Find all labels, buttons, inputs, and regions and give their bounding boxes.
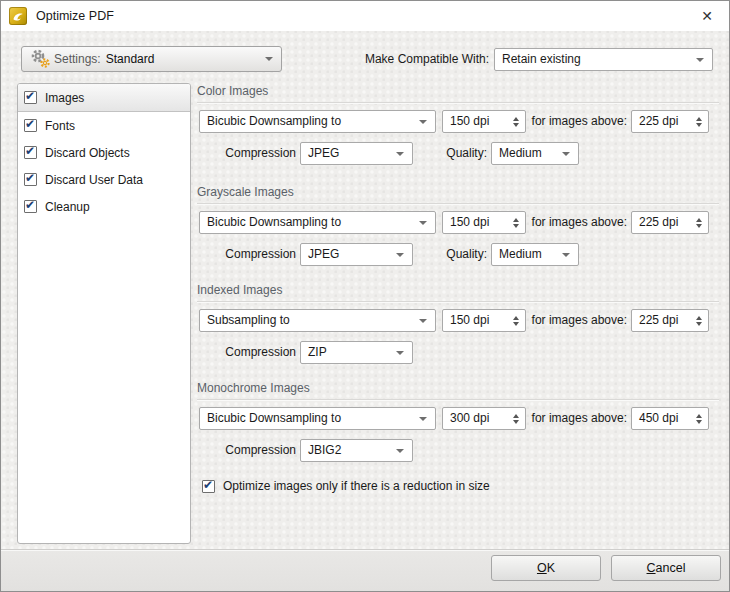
settings-preset-dropdown[interactable]: Settings: Standard	[21, 46, 282, 72]
above-label: for images above:	[527, 211, 627, 234]
above-value: 225 dpi	[639, 215, 678, 229]
chevron-down-icon	[419, 120, 427, 124]
dpi-value: 300 dpi	[450, 411, 489, 425]
quality-value: Medium	[499, 146, 542, 160]
indexed-above-spinner[interactable]: 225 dpi	[631, 309, 709, 332]
discard-user-data-checkbox[interactable]: ✔	[24, 173, 37, 186]
check-icon: ✔	[25, 198, 35, 212]
chevron-down-icon	[562, 253, 570, 257]
color-dpi-spinner[interactable]: 150 dpi	[442, 110, 526, 133]
check-icon: ✔	[25, 144, 35, 158]
color-above-spinner[interactable]: 225 dpi	[631, 110, 709, 133]
section-title: Indexed Images	[197, 283, 719, 297]
images-checkbox[interactable]: ✔	[24, 91, 37, 104]
monochrome-above-spinner[interactable]: 450 dpi	[631, 407, 709, 430]
sidebar-item-label: Fonts	[45, 119, 75, 133]
settings-value: Standard	[106, 52, 155, 66]
optimize-if-smaller-option[interactable]: ✔ Optimize images only if there is a red…	[202, 479, 490, 493]
footer-bar: OK Cancel	[1, 549, 729, 591]
grayscale-downsample-select[interactable]: Bicubic Downsampling to	[199, 211, 436, 234]
sidebar-item-discard-objects[interactable]: ✔ Discard Objects	[18, 139, 190, 166]
dpi-value: 150 dpi	[450, 215, 489, 229]
spinner-arrows-icon[interactable]	[513, 218, 519, 228]
sidebar-item-fonts[interactable]: ✔ Fonts	[18, 112, 190, 139]
monochrome-downsample-select[interactable]: Bicubic Downsampling to	[199, 407, 436, 430]
color-downsample-select[interactable]: Bicubic Downsampling to	[199, 110, 436, 133]
check-icon: ✔	[25, 117, 35, 131]
quality-label: Quality:	[425, 142, 487, 165]
monochrome-dpi-spinner[interactable]: 300 dpi	[442, 407, 526, 430]
spinner-arrows-icon[interactable]	[513, 414, 519, 424]
downsample-value: Subsampling to	[207, 313, 290, 327]
sidebar-item-discard-user-data[interactable]: ✔ Discard User Data	[18, 166, 190, 193]
section-color-images: Color Images Bicubic Downsampling to 150…	[197, 84, 719, 174]
chevron-down-icon	[696, 58, 704, 62]
chevron-down-icon	[396, 253, 404, 257]
divider	[197, 301, 719, 303]
spinner-arrows-icon[interactable]	[513, 117, 519, 127]
above-value: 225 dpi	[639, 313, 678, 327]
section-title: Grayscale Images	[197, 185, 719, 199]
optimize-pdf-dialog: Optimize PDF ✕ Settings: Standard Make C…	[0, 0, 730, 592]
divider	[197, 203, 719, 205]
compression-label: Compression	[197, 341, 296, 364]
color-quality-select[interactable]: Medium	[491, 142, 579, 165]
sidebar-item-images[interactable]: ✔ Images	[18, 84, 190, 112]
sidebar-item-label: Images	[45, 91, 84, 105]
above-label: for images above:	[527, 110, 627, 133]
compression-value: JPEG	[308, 146, 339, 160]
optimize-if-smaller-checkbox[interactable]: ✔	[202, 480, 215, 493]
chevron-down-icon	[396, 449, 404, 453]
indexed-downsample-select[interactable]: Subsampling to	[199, 309, 436, 332]
chevron-down-icon	[419, 221, 427, 225]
check-icon: ✔	[25, 89, 35, 103]
sidebar-item-cleanup[interactable]: ✔ Cleanup	[18, 193, 190, 220]
above-label: for images above:	[527, 407, 627, 430]
downsample-value: Bicubic Downsampling to	[207, 215, 341, 229]
chevron-down-icon	[419, 319, 427, 323]
section-title: Color Images	[197, 84, 719, 98]
above-value: 450 dpi	[639, 411, 678, 425]
indexed-compression-select[interactable]: ZIP	[300, 341, 413, 364]
spinner-arrows-icon[interactable]	[696, 414, 702, 424]
quality-value: Medium	[499, 247, 542, 261]
grayscale-dpi-spinner[interactable]: 150 dpi	[442, 211, 526, 234]
spinner-arrows-icon[interactable]	[513, 316, 519, 326]
section-title: Monochrome Images	[197, 381, 719, 395]
ok-button[interactable]: OK	[491, 555, 601, 581]
spinner-arrows-icon[interactable]	[696, 117, 702, 127]
spinner-arrows-icon[interactable]	[696, 218, 702, 228]
section-indexed-images: Indexed Images Subsampling to 150 dpi fo…	[197, 283, 719, 373]
downsample-value: Bicubic Downsampling to	[207, 114, 341, 128]
indexed-dpi-spinner[interactable]: 150 dpi	[442, 309, 526, 332]
compression-label: Compression	[197, 142, 296, 165]
settings-label: Settings:	[54, 52, 101, 66]
chevron-down-icon	[396, 152, 404, 156]
color-compression-select[interactable]: JPEG	[300, 142, 413, 165]
app-logo-icon	[9, 7, 27, 25]
fonts-checkbox[interactable]: ✔	[24, 119, 37, 132]
cleanup-checkbox[interactable]: ✔	[24, 200, 37, 213]
grayscale-quality-select[interactable]: Medium	[491, 243, 579, 266]
discard-objects-checkbox[interactable]: ✔	[24, 146, 37, 159]
downsample-value: Bicubic Downsampling to	[207, 411, 341, 425]
compat-value: Retain existing	[502, 52, 581, 66]
quality-label: Quality:	[425, 243, 487, 266]
chevron-down-icon	[265, 57, 273, 61]
section-grayscale-images: Grayscale Images Bicubic Downsampling to…	[197, 185, 719, 275]
close-icon: ✕	[701, 8, 713, 24]
above-value: 225 dpi	[639, 114, 678, 128]
compression-value: ZIP	[308, 345, 327, 359]
above-label: for images above:	[527, 309, 627, 332]
dpi-value: 150 dpi	[450, 114, 489, 128]
category-list: ✔ Images ✔ Fonts ✔ Discard Objects ✔ Dis…	[17, 83, 191, 544]
monochrome-compression-select[interactable]: JBIG2	[300, 439, 413, 462]
compat-select[interactable]: Retain existing	[494, 48, 713, 71]
grayscale-above-spinner[interactable]: 225 dpi	[631, 211, 709, 234]
cancel-button[interactable]: Cancel	[611, 555, 721, 581]
compression-value: JBIG2	[308, 443, 341, 457]
spinner-arrows-icon[interactable]	[696, 316, 702, 326]
title-bar: Optimize PDF ✕	[1, 1, 729, 31]
close-button[interactable]: ✕	[685, 1, 729, 31]
grayscale-compression-select[interactable]: JPEG	[300, 243, 413, 266]
